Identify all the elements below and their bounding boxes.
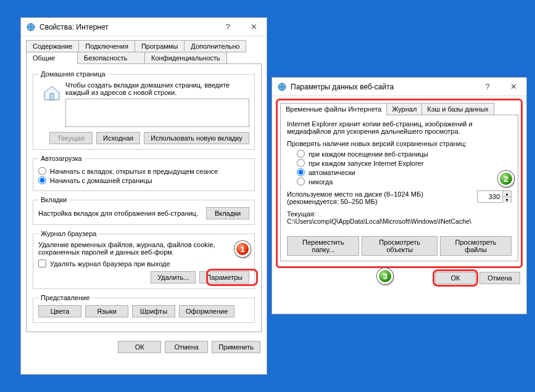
ok-button-2[interactable]: ОК	[435, 272, 476, 284]
titlebar-2[interactable]: Параметры данных веб-сайта ? ✕	[272, 78, 526, 96]
intro-text: Internet Explorer хранит копии веб-стран…	[287, 120, 512, 135]
titlebar[interactable]: Свойства: Интернет ? ✕	[21, 18, 267, 36]
delete-history-button[interactable]: Удалить...	[151, 271, 196, 284]
dialog-buttons: ОК Отмена Применить	[21, 337, 267, 359]
highlight-panel: Временные файлы Интернета Журнал Кэш и б…	[276, 99, 523, 268]
tab-content[interactable]: Содержание	[26, 40, 79, 52]
close-button-2[interactable]: ✕	[500, 78, 526, 96]
delete-on-exit-label: Удалять журнал браузера при выходе	[50, 260, 170, 267]
spin-down[interactable]: ▼	[503, 197, 511, 203]
tabs-text: Настройка вкладок для отображения веб-ст…	[38, 210, 202, 217]
delete-on-exit-checkbox[interactable]: Удалять журнал браузера при выходе	[38, 259, 249, 267]
autostart-homepage-radio[interactable]: Начинать с домашней страницы	[38, 176, 249, 184]
cancel-button-2[interactable]: Отмена	[479, 272, 520, 284]
tab-programs[interactable]: Программы	[135, 40, 185, 52]
disk-space-rec: (рекомендуется: 50–250 МБ)	[287, 198, 473, 205]
cancel-button[interactable]: Отмена	[165, 341, 208, 353]
tab-privacy[interactable]: Конфиденциальность	[144, 52, 227, 64]
general-panel: Домашняя страница Чтобы создать вкладки …	[26, 63, 262, 332]
homepage-group: Домашняя страница Чтобы создать вкладки …	[33, 70, 255, 150]
presentation-legend: Представление	[38, 294, 92, 301]
move-folder-button[interactable]: Переместить папку...	[287, 236, 359, 256]
disk-space-input[interactable]	[478, 191, 502, 202]
internet-options-icon	[26, 22, 36, 32]
apply-button[interactable]: Применить	[212, 341, 260, 353]
autostart-last-session-label: Начинать с вкладок, открытых в предыдуще…	[50, 168, 218, 175]
opt-auto[interactable]: автоматически	[297, 168, 512, 176]
accessibility-button[interactable]: Оформление	[179, 305, 234, 317]
homepage-url-textarea[interactable]	[65, 99, 249, 127]
close-button[interactable]: ✕	[241, 18, 267, 36]
history-group: Журнал браузера Удаление временных файло…	[33, 230, 255, 289]
spin-up[interactable]: ▲	[503, 191, 511, 197]
tabs-group: Вкладки Настройка вкладок для отображени…	[33, 196, 255, 225]
disk-space-spinner[interactable]: ▲▼	[477, 190, 512, 203]
home-icon	[38, 81, 65, 128]
autostart-group: Автозагрузка Начинать с вкладок, открыты…	[33, 155, 255, 191]
tab-security[interactable]: Безопасность	[77, 52, 145, 64]
tab-advanced[interactable]: Дополнительно	[184, 40, 246, 52]
fonts-button[interactable]: Шрифты	[132, 305, 175, 317]
history-text: Удаление временных файлов, журнала, файл…	[38, 241, 249, 256]
autostart-legend: Автозагрузка	[38, 155, 85, 162]
disk-space-label: Используемое место на диске (8–1024 МБ)	[287, 190, 473, 198]
homepage-legend: Домашняя страница	[38, 70, 108, 78]
dialog-buttons-2: 3 ОК Отмена	[272, 268, 526, 290]
tab-history[interactable]: Журнал	[386, 103, 422, 115]
callout-badge-1: 1	[234, 241, 251, 257]
opt-every-visit[interactable]: при каждом посещении веб-страницы	[297, 150, 512, 158]
view-objects-button[interactable]: Просмотреть объекты	[362, 236, 438, 256]
history-legend: Журнал браузера	[38, 230, 99, 237]
tabs-legend: Вкладки	[38, 196, 69, 203]
tab-general[interactable]: Общие	[26, 52, 78, 64]
window-title-2: Параметры данных веб-сайта	[291, 83, 475, 91]
opt-never[interactable]: никогда	[297, 178, 512, 186]
opt-every-start-label: при каждом запуске Internet Explorer	[309, 160, 423, 167]
autostart-homepage-label: Начинать с домашней страницы	[50, 177, 152, 184]
tab-temp-files[interactable]: Временные файлы Интернета	[280, 103, 387, 115]
homepage-newtab-button[interactable]: Использовать новую вкладку	[144, 132, 249, 144]
tab-caches[interactable]: Кэш и базы данных	[421, 103, 494, 115]
opt-never-label: никогда	[309, 178, 333, 186]
help-button-2[interactable]: ?	[475, 78, 500, 96]
opt-every-visit-label: при каждом посещении веб-страницы	[309, 150, 428, 158]
callout-badge-2: 2	[498, 171, 514, 187]
autostart-last-session-radio[interactable]: Начинать с вкладок, открытых в предыдуще…	[38, 167, 249, 175]
homepage-current-button[interactable]: Текущая	[49, 132, 93, 144]
opt-auto-label: автоматически	[309, 169, 355, 176]
internet-options-icon	[277, 82, 287, 92]
temp-files-panel: Internet Explorer хранит копии веб-стран…	[280, 115, 518, 261]
svg-rect-1	[50, 94, 54, 100]
presentation-group: Представление Цвета Языки Шрифты Оформле…	[33, 294, 255, 323]
view-files-button[interactable]: Просмотреть файлы	[440, 236, 512, 256]
opt-every-start[interactable]: при каждом запуске Internet Explorer	[297, 159, 512, 167]
colors-button[interactable]: Цвета	[38, 305, 81, 317]
current-folder-label: Текущая:	[287, 210, 512, 218]
callout-badge-3: 3	[377, 268, 393, 284]
window-title: Свойства: Интернет	[39, 23, 215, 31]
current-folder-path: C:\Users\compIQ\AppData\Local\Microsoft\…	[287, 218, 512, 225]
homepage-hint: Чтобы создать вкладки домашних страниц, …	[65, 81, 249, 96]
website-data-window: Параметры данных веб-сайта ? ✕ Временные…	[272, 77, 527, 314]
check-versions-label: Проверять наличие новых версий сохраненн…	[287, 140, 512, 147]
history-params-button[interactable]: Параметры	[199, 271, 249, 284]
tab-connections[interactable]: Подключения	[78, 40, 135, 52]
homepage-default-button[interactable]: Исходная	[96, 132, 140, 144]
tabs-settings-button[interactable]: Вкладки	[206, 207, 249, 219]
ok-button[interactable]: ОК	[118, 341, 161, 353]
internet-properties-window: Свойства: Интернет ? ✕ Содержание Подклю…	[20, 17, 267, 375]
tabs-container: Содержание Подключения Программы Дополни…	[21, 36, 267, 64]
languages-button[interactable]: Языки	[85, 305, 128, 317]
help-button[interactable]: ?	[215, 18, 241, 36]
